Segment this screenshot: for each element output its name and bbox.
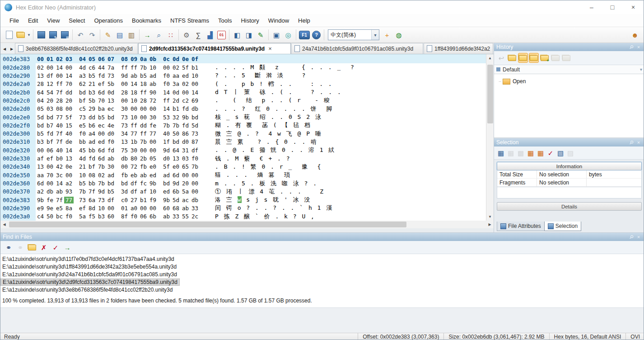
history-item-open[interactable]: ┄ Open — [499, 77, 644, 85]
chevron-down-icon[interactable]: ▾ — [371, 30, 379, 40]
hex-byte[interactable]: 30 — [129, 147, 139, 154]
hex-byte[interactable]: 9d — [162, 147, 171, 154]
hex-byte[interactable]: 7a — [106, 64, 116, 71]
hex-byte[interactable]: ab — [139, 172, 148, 179]
hex-byte[interactable]: 77 — [148, 130, 158, 137]
save-icon[interactable] — [36, 29, 47, 40]
hex-byte[interactable]: 14 — [162, 89, 171, 96]
hex-byte[interactable]: ab — [162, 213, 171, 220]
hex-byte[interactable]: 02 — [171, 64, 181, 71]
hex-byte[interactable]: 14 — [190, 89, 200, 96]
hex-byte[interactable]: bd — [120, 180, 129, 187]
hex-byte[interactable]: 7f — [55, 138, 64, 145]
hex-text[interactable]: . . . ? 红 0 . . . . 饼 脚 — [215, 105, 333, 113]
intersect-selection-icon[interactable]: ▦ — [536, 148, 545, 157]
select-all-icon[interactable]: ▦ — [496, 148, 505, 157]
history-branch-icon[interactable]: + — [540, 53, 550, 63]
close-icon[interactable]: × — [635, 44, 642, 50]
hex-byte[interactable]: 13 — [64, 155, 74, 162]
hex-byte[interactable]: 42 — [55, 163, 64, 170]
hex-byte[interactable]: 68 — [171, 205, 181, 212]
user-profile-icon[interactable]: ☻ — [630, 29, 640, 40]
remote-screen-icon[interactable]: ▣ — [271, 29, 282, 40]
hex-byte[interactable]: 00 — [148, 105, 158, 112]
horizontal-scrollbar[interactable]: ◀ ▶ — [0, 221, 494, 228]
hex-byte[interactable]: 31 — [181, 147, 190, 154]
hex-byte[interactable]: 2d — [171, 97, 181, 104]
history-save-icon[interactable] — [507, 53, 517, 63]
hex-text[interactable]: 核 _ s 莸 绍 . . 0 S 2 泳 — [215, 113, 322, 121]
hex-byte[interactable]: 05 — [36, 105, 45, 112]
hex-byte[interactable]: df — [190, 147, 200, 154]
hex-byte[interactable]: bb — [78, 138, 87, 145]
hex-byte[interactable]: b5 — [36, 130, 45, 137]
hex-byte[interactable]: 12 — [45, 80, 55, 87]
history-export-icon[interactable] — [551, 53, 560, 63]
hex-byte[interactable]: 00 — [139, 205, 148, 212]
hex-byte[interactable]: 00 — [120, 163, 129, 170]
hex-byte[interactable]: 9b — [181, 114, 190, 121]
hex-byte[interactable]: e9 — [36, 205, 45, 212]
histogram-icon[interactable]: ▟ — [205, 29, 215, 40]
hex-byte[interactable]: 4d — [78, 64, 87, 71]
hex-byte[interactable]: 06 — [45, 147, 55, 154]
hex-byte[interactable]: b5 — [78, 180, 87, 187]
hex-byte[interactable]: dd — [87, 114, 97, 121]
hex-byte[interactable]: bc — [55, 213, 64, 220]
dual-view-icon[interactable]: ◨ — [243, 29, 254, 40]
hex-byte[interactable]: fd — [106, 147, 116, 154]
hex-byte[interactable]: 14 — [64, 72, 74, 79]
hex-byte[interactable]: b1 — [139, 197, 148, 203]
hex-byte[interactable]: 60 — [162, 205, 171, 212]
hex-byte[interactable]: bd — [171, 138, 181, 145]
clear-selection-icon[interactable]: ▦ — [506, 148, 515, 157]
hex-byte[interactable]: df — [45, 72, 55, 79]
hex-byte[interactable]: 75 — [120, 147, 129, 154]
hex-byte[interactable]: ad — [162, 172, 171, 179]
hex-byte[interactable]: 5a — [78, 213, 87, 220]
document-tab-3[interactable]: 24a741b6b1cbfc5da9f01c06791ac085.unity3d — [291, 43, 423, 54]
hex-byte[interactable]: 7b — [171, 122, 181, 129]
panel-tab-selection[interactable]: Selection — [544, 222, 581, 231]
hex-byte[interactable]: fd — [87, 155, 97, 162]
menu-edit[interactable]: Edit — [23, 14, 42, 27]
hex-byte[interactable]: ed — [148, 172, 158, 179]
load-selection-icon[interactable]: ▨ — [566, 148, 575, 157]
hex-byte[interactable]: 9d — [97, 188, 106, 195]
hex-byte[interactable]: 7f — [55, 89, 64, 96]
hex-byte[interactable]: f0 — [106, 138, 116, 145]
hex-byte[interactable]: 00 — [64, 64, 74, 71]
hex-byte[interactable]: 20 — [45, 97, 55, 104]
hex-byte[interactable]: 00 — [55, 72, 64, 79]
hex-byte[interactable]: 87 — [190, 138, 200, 145]
hex-byte[interactable]: 73 — [78, 114, 87, 121]
hex-byte[interactable]: ef — [78, 205, 87, 212]
hex-byte[interactable]: bd — [45, 114, 55, 121]
hex-byte[interactable]: 28 — [55, 97, 64, 104]
menu-history[interactable]: History — [236, 14, 263, 27]
hex-byte[interactable]: b5 — [87, 72, 97, 79]
hex-byte[interactable]: ab — [181, 205, 190, 212]
hex-byte[interactable]: a3 — [78, 72, 87, 79]
scroll-down-icon[interactable]: ▼ — [486, 213, 494, 221]
hex-byte[interactable]: fe — [148, 122, 158, 129]
hex-byte[interactable]: ff — [139, 89, 148, 96]
hex-byte[interactable]: 28 — [139, 97, 148, 104]
hex-byte[interactable]: 33 — [171, 213, 181, 220]
hex-byte[interactable]: ec — [106, 105, 116, 112]
history-branch-selector[interactable]: Default ▾ — [494, 65, 644, 74]
hex-byte[interactable]: 03 — [181, 155, 190, 162]
hex-byte[interactable]: 04 — [36, 97, 45, 104]
hex-byte[interactable]: 18 — [139, 80, 148, 87]
paste-icon[interactable]: ▥ — [126, 29, 137, 40]
hex-byte[interactable]: 27 — [129, 197, 139, 203]
copy-icon[interactable]: ▤ — [114, 29, 125, 40]
open-file-dropdown-icon[interactable]: ▾ — [27, 29, 31, 40]
hex-byte[interactable]: fd — [97, 72, 106, 79]
hex-byte[interactable]: 70 — [97, 97, 106, 104]
hex-byte[interactable]: 00 — [181, 172, 190, 179]
hex-byte[interactable]: 5d — [171, 197, 181, 203]
hex-byte[interactable]: bf — [45, 138, 55, 145]
export-results-icon[interactable]: → — [62, 242, 73, 253]
history-redo-icon[interactable] — [529, 53, 539, 63]
